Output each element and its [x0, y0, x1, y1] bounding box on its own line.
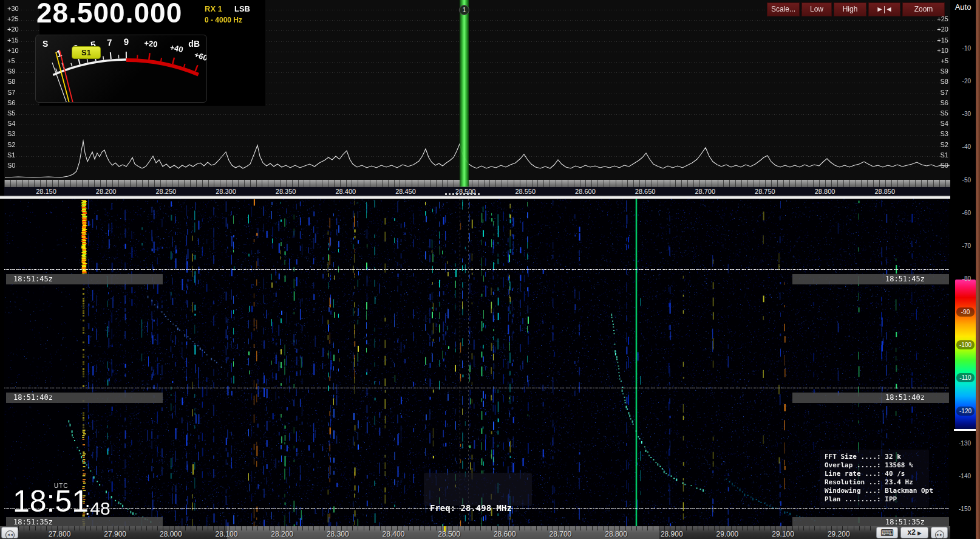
colorbar-floor-line[interactable] — [954, 429, 977, 431]
fft-info-line: FFT Size ....: 32 k — [825, 453, 924, 461]
clock-seconds: :48 — [85, 498, 111, 519]
scale-label: +15 — [7, 36, 26, 44]
fast-forward-icon: ►► — [935, 530, 944, 539]
cursor-info-overlay: Freq: 28.498 MHz Span: ±384 kHz — [424, 473, 532, 506]
band-axis-label: 28.400 — [383, 530, 405, 538]
s-meter-right-unit: dB — [188, 39, 200, 49]
timestamp-line — [4, 388, 949, 388]
panel-splitter[interactable] — [0, 196, 950, 199]
freq-axis-label: 28.800 — [815, 188, 835, 195]
tuning-marker[interactable] — [460, 0, 469, 187]
band-overview-bar[interactable]: 27.80027.90028.00028.10028.20028.30028.4… — [0, 526, 950, 539]
tuning-marker-badge[interactable]: 1 — [459, 5, 469, 15]
freq-axis-label: 28.350 — [276, 188, 296, 195]
colorbar-tick-label: -110 — [956, 373, 975, 382]
fft-info-line: Resolution ..: 23.4 Hz — [825, 478, 924, 487]
meter-tick — [172, 58, 174, 64]
mode-label[interactable]: LSB — [234, 4, 250, 13]
scale-button[interactable]: Scale... — [767, 2, 800, 16]
band-axis-label: 29.000 — [716, 530, 739, 538]
colorbar-tick-label: -50 — [950, 177, 971, 184]
passband-label: 0 - 4000 Hz — [205, 16, 242, 24]
vertical-scrollbar[interactable] — [976, 0, 980, 539]
band-axis-label: 29.100 — [772, 530, 794, 538]
freq-axis-label: 28.850 — [874, 188, 895, 195]
scale-label: S4 — [7, 120, 26, 127]
band-axis-label: 28.500 — [438, 530, 460, 538]
scale-label: +30 — [7, 5, 26, 12]
scale-label: S4 — [930, 120, 948, 127]
freq-axis-label: 28.300 — [216, 188, 236, 195]
window-edge — [0, 0, 4, 539]
zoom-button[interactable]: Zoom — [902, 2, 945, 16]
high-button[interactable]: High — [834, 2, 866, 16]
colorbar-tick-label: -70 — [950, 242, 971, 249]
colorbar-tick-label: -90 — [956, 307, 975, 317]
scale-label: S7 — [7, 89, 26, 96]
colorbar-tick-label: -30 — [950, 111, 971, 117]
meter-scale-label: 9 — [124, 36, 129, 47]
meter-tick — [161, 58, 162, 61]
meter-scale-label: +60 — [193, 50, 206, 63]
scale-label: S9 — [7, 67, 26, 75]
scale-label: +10 — [930, 47, 948, 54]
speed-x2-button[interactable]: x2 ▶ — [900, 527, 928, 538]
meter-tick — [196, 65, 198, 71]
colorbar-tick-label: -60 — [950, 210, 971, 216]
scale-label: S5 — [7, 109, 26, 117]
freq-axis-label: 28.150 — [36, 188, 56, 195]
colorbar-auto-button[interactable]: Auto — [950, 2, 976, 12]
fft-info-line: Overlap .....: 13568 % — [825, 461, 924, 470]
scale-label: S8 — [930, 78, 948, 85]
timestamp-label: 18:51:45z — [6, 274, 163, 284]
spectrum-axis-ticks[interactable] — [4, 180, 950, 187]
scale-label: S8 — [7, 78, 26, 85]
scale-label: +25 — [7, 15, 26, 22]
history-back-button[interactable]: ◄◄ — [1, 527, 18, 538]
timestamp-label: 18:51:45z — [792, 274, 949, 284]
freq-axis-label: 28.600 — [575, 188, 596, 195]
meter-tick — [184, 64, 185, 67]
scale-label: S6 — [7, 99, 26, 106]
meter-tick — [71, 63, 72, 67]
band-axis-label: 28.800 — [605, 530, 627, 538]
band-axis-label: 28.000 — [160, 530, 182, 538]
freq-axis-label: 28.700 — [695, 188, 715, 195]
meter-tick — [103, 56, 104, 60]
band-axis-label: 28.600 — [494, 530, 516, 538]
meter-tick — [149, 53, 149, 60]
keyboard-icon: ⌨ — [880, 527, 894, 538]
meter-tick — [56, 69, 57, 72]
colorbar-tick-label: -10 — [950, 45, 971, 52]
band-axis-label: 27.800 — [49, 530, 71, 538]
low-button[interactable]: Low — [801, 2, 832, 16]
freq-axis-label: 28.550 — [515, 188, 536, 195]
fft-info-line: Line rate ...: 40 /s — [825, 470, 924, 478]
scale-label: S0 — [930, 162, 948, 169]
scale-label: S7 — [930, 89, 948, 96]
meter-tick — [111, 52, 111, 59]
timestamp-label: 18:51:40z — [6, 393, 163, 403]
axis-drag-handle[interactable] — [445, 193, 480, 195]
scale-label: +15 — [930, 36, 948, 44]
fast-forward-button[interactable]: ►► — [931, 527, 948, 538]
rx-label: RX 1 — [205, 4, 222, 13]
scale-label: +5 — [930, 57, 948, 64]
play-icon: ▶ — [917, 530, 921, 536]
colorbar-tick-label: -20 — [950, 78, 971, 84]
center-button[interactable]: ►|◄ — [868, 2, 900, 16]
tuned-frequency-display[interactable]: 28.500.000 — [36, 0, 182, 29]
s-meter: S dB 13579+20+40+60 — [35, 35, 207, 103]
scale-label: S0 — [7, 162, 26, 169]
colorbar-tick-label: -130 — [950, 440, 971, 447]
scale-label: S2 — [930, 141, 948, 148]
band-axis-label: 27.900 — [104, 530, 126, 538]
waterfall-colorbar: Auto -10-20-30-40-50-60-70-80-90-100-110… — [950, 0, 976, 539]
timestamp-line — [4, 269, 949, 270]
cursor-freq: Freq: 28.498 MHz — [430, 502, 526, 515]
keyboard-entry-button[interactable]: ⌨ — [876, 527, 898, 538]
s-meter-left-unit: S — [43, 39, 48, 49]
band-axis-label: 28.200 — [271, 530, 293, 538]
freq-axis-label: 28.250 — [155, 188, 176, 195]
freq-axis-label: 28.400 — [335, 188, 356, 195]
